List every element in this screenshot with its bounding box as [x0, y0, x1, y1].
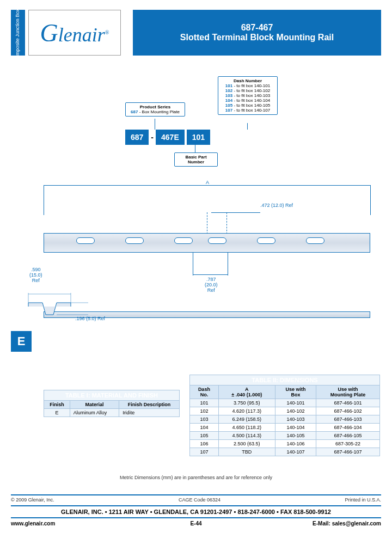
- t2-cell: 140-105: [275, 432, 316, 440]
- dim-472-extension: [207, 212, 211, 234]
- table1-header: Finish: [44, 401, 70, 409]
- title-part-name: Slotted Terminal Block Mounting Rail: [180, 33, 334, 42]
- dash-number-heading: Dash Number: [222, 78, 274, 83]
- t2-cell: 4.620 (117.3): [218, 407, 275, 415]
- footer-copyright: © 2009 Glenair, Inc.: [11, 497, 54, 503]
- table-row: 1062.500 (63.5)140-106687-305-22: [190, 440, 380, 448]
- table2-header: Dash No.: [190, 385, 219, 399]
- dim-a-extension: [370, 185, 371, 215]
- pn-box-series: 687: [125, 130, 149, 145]
- product-series-callout: Product Series 687 - Box Mounting Plate: [125, 102, 185, 117]
- table-2-dimensions: TABLE II: DIMENSIONS Dash No. A ± .040 (…: [189, 375, 380, 456]
- table2-header: Use with Box: [275, 385, 316, 399]
- t2-cell: 106: [190, 440, 219, 448]
- dash-row-num: 105: [225, 103, 232, 108]
- t2-cell: 102: [190, 407, 219, 415]
- t2-cell: 103: [190, 415, 219, 424]
- side-category-tab: Composite Junction Boxes: [11, 10, 25, 56]
- title-part-number: 687-467: [241, 23, 273, 33]
- dash-row-desc: - to fit box 140-104: [232, 98, 270, 103]
- connector-line: [155, 119, 155, 130]
- table1-cell: Iridite: [119, 409, 180, 417]
- t2-cell: 140-106: [275, 440, 316, 448]
- t2-cell: 4.650 (118.2): [218, 424, 275, 432]
- slot: [174, 237, 193, 244]
- dash-row-num: 101: [225, 83, 232, 88]
- t2-cell: 6.249 (158.5): [218, 415, 275, 424]
- section-e-tab: E: [11, 331, 32, 352]
- footer-top-row: © 2009 Glenair, Inc. CAGE Code 06324 Pri…: [11, 494, 381, 503]
- dash-number-callout: Dash Number 101 - to fit box 140-101 102…: [218, 76, 278, 115]
- dash-row-desc: - to fit box 140-105: [232, 103, 270, 108]
- footer-bottom-row: www.glenair.com E-44 E-Mail: sales@glena…: [11, 521, 381, 526]
- dim-a-line: [44, 185, 370, 186]
- table1-title: TABLE I: MATERIAL AND FINISH: [44, 390, 180, 401]
- table1-cell: E: [44, 409, 70, 417]
- dim-a-extension: [44, 185, 44, 215]
- dim-787-extension: [228, 253, 228, 276]
- dash-row-desc: - to fit box 140-101: [232, 83, 270, 88]
- t2-cell: 140-103: [275, 415, 316, 424]
- logo-box: GGlenairlenair®: [28, 10, 121, 56]
- table-row: 107TBD140-107687-466-107: [190, 448, 380, 456]
- basic-part-callout: Basic Part Number: [174, 152, 218, 167]
- dim-472-extension: [226, 212, 231, 234]
- table-1-material-finish: TABLE I: MATERIAL AND FINISH Finish Mate…: [44, 390, 180, 417]
- dim-787-line: [193, 274, 228, 275]
- table-row: 1054.500 (114.3)140-105687-466-105: [190, 432, 380, 440]
- t2-cell: 687-466-104: [316, 424, 380, 432]
- metric-dimensions-note: Metric Dimensions (mm) are in parenthese…: [0, 475, 392, 480]
- dim-196-label: .196 (5.0) Ref: [75, 316, 105, 321]
- footer-printed: Printed in U.S.A.: [345, 497, 381, 503]
- side-tab-text: Composite Junction Boxes: [15, 4, 21, 62]
- t2-cell: 107: [190, 448, 219, 456]
- table1-header: Finish Description: [119, 401, 180, 409]
- t2-cell: 140-104: [275, 424, 316, 432]
- pn-box-dash: 101: [187, 130, 210, 145]
- product-series-desc: - Box Mounting Plate: [138, 109, 179, 114]
- dash-row-num: 103: [225, 93, 232, 98]
- table-row: 1013.750 (95.5)140-101687-466-101: [190, 399, 380, 407]
- slot: [306, 237, 324, 244]
- table2-header: Use with Mounting Plate: [316, 385, 380, 399]
- t2-cell: 687-466-102: [316, 407, 380, 415]
- dash-row-desc: - to fit box 140-103: [232, 93, 270, 98]
- t2-cell: 687-305-22: [316, 440, 380, 448]
- t2-cell: 140-107: [275, 448, 316, 456]
- slot: [76, 237, 95, 244]
- t2-cell: TBD: [218, 448, 275, 456]
- product-series-num: 687: [131, 109, 138, 114]
- product-series-heading: Product Series: [129, 105, 181, 109]
- dash-row-desc: - to fit box 140-102: [232, 88, 270, 93]
- footer-cage-code: CAGE Code 06324: [179, 497, 220, 503]
- t2-cell: 140-101: [275, 399, 316, 407]
- pn-box-basic: 467E: [156, 130, 185, 145]
- footer-address-bar: GLENAIR, INC. • 1211 AIR WAY • GLENDALE,…: [11, 505, 381, 518]
- t2-cell: 140-102: [275, 407, 316, 415]
- pn-dash-char: -: [151, 133, 154, 142]
- table-row: 1024.620 (117.3)140-102687-466-102: [190, 407, 380, 415]
- dim-a-label: A: [204, 180, 211, 185]
- t2-cell: 104: [190, 424, 219, 432]
- t2-cell: 2.500 (63.5): [218, 440, 275, 448]
- registered-mark: ®: [105, 29, 109, 35]
- dim-787-extension: [193, 253, 193, 276]
- dash-row-num: 107: [225, 108, 232, 113]
- slot: [257, 237, 275, 244]
- t2-cell: 687-466-107: [316, 448, 380, 456]
- connector-line: [247, 123, 248, 130]
- t2-cell: 101: [190, 399, 219, 407]
- t2-cell: 4.500 (114.3): [218, 432, 275, 440]
- table2-header: A ± .040 (1.000): [218, 385, 275, 399]
- table2-title: TABLE II: DIMENSIONS: [190, 375, 380, 385]
- dash-row-num: 102: [225, 88, 232, 93]
- slot: [125, 237, 144, 244]
- table-row: 1044.650 (118.2)140-104687-466-104: [190, 424, 380, 432]
- table1-cell: Aluminum Alloy: [70, 409, 119, 417]
- connector-line: [195, 145, 195, 152]
- slot: [208, 237, 226, 244]
- t2-cell: 687-466-105: [316, 432, 380, 440]
- dim-787-label: .787 (20.0) Ref: [205, 277, 218, 293]
- t2-cell: 3.750 (95.5): [218, 399, 275, 407]
- technical-drawing: A .472 (12.0) Ref .787 (20.0) Ref: [44, 185, 370, 327]
